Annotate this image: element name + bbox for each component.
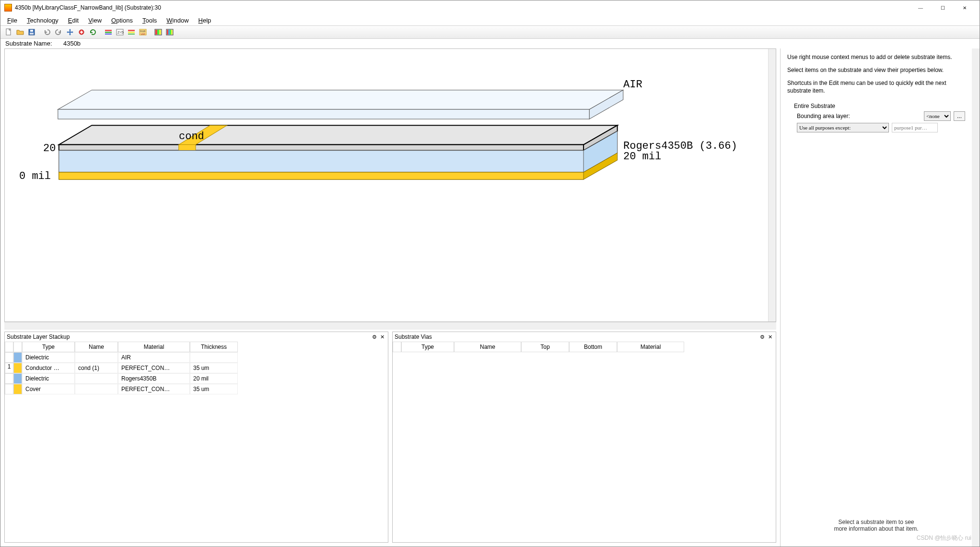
menu-tools[interactable]: Tools [139,16,161,25]
row-index[interactable]: 1 [5,363,13,373]
minimize-button[interactable]: — [910,0,932,15]
col-bottom[interactable]: Bottom [569,342,617,352]
cell-type[interactable]: Dielectric [22,352,75,363]
menu-help[interactable]: Help [195,16,215,25]
row-swatch[interactable] [13,363,22,373]
close-icon[interactable]: ✕ [378,333,386,341]
svg-rect-27 [58,109,589,119]
col-thickness[interactable]: Thickness [190,342,238,352]
cell-name[interactable] [75,352,118,363]
cell-thickness[interactable]: 20 mil [190,373,238,384]
menu-file[interactable]: File [3,16,21,25]
cell-type[interactable]: Conductor … [22,363,75,373]
col-top[interactable]: Top [521,342,569,352]
row-swatch[interactable] [13,352,22,363]
window-title: 4350b [MyLibraryClassF_NarrowBand_lib] (… [15,4,910,11]
substrate-name-label: Substrate Name: [5,40,52,47]
cell-type[interactable]: Cover [22,384,75,394]
palette-1-icon[interactable] [153,27,163,37]
col-material[interactable]: Material [617,342,684,352]
cell-thickness[interactable]: 35 um [190,363,238,373]
row-swatch[interactable] [13,373,22,384]
help-text-2: Select items on the substrate and view t… [787,66,965,74]
cell-type[interactable]: Dielectric [22,373,75,384]
stackup-panel-title: Substrate Layer Stackup [7,333,371,340]
var-tool-icon[interactable]: 0118VAR [138,27,148,37]
svg-rect-34 [59,151,583,172]
sidebar-scrollbar[interactable] [972,48,980,547]
viewer-vertical-scrollbar[interactable] [768,49,776,321]
add-node-icon[interactable] [76,27,87,37]
menu-window[interactable]: Window [163,16,192,25]
cell-name[interactable] [75,384,118,394]
label-y0: 0 mil [19,170,51,182]
toolbar: Z=50 0118VAR [0,25,980,39]
menu-edit[interactable]: Edit [64,16,82,25]
svg-rect-5 [105,30,112,31]
viewer-horizontal-scrollbar[interactable] [4,322,776,330]
label-air: AIR [623,79,642,91]
row-index[interactable] [5,373,13,384]
undo-icon[interactable] [42,27,52,37]
row-index[interactable] [5,352,13,363]
svg-rect-6 [105,32,112,33]
gear-icon[interactable]: ⚙ [758,333,766,341]
svg-rect-36 [59,172,583,179]
cell-name[interactable]: cond (1) [75,363,118,373]
cell-thickness[interactable]: 35 um [190,384,238,394]
col-name[interactable]: Name [75,342,118,352]
refresh-icon[interactable] [88,27,98,37]
svg-rect-22 [168,30,170,35]
svg-rect-29 [59,145,583,151]
app-icon [4,4,12,12]
svg-rect-23 [170,30,171,35]
bounding-layer-select[interactable]: <none [924,111,951,121]
svg-rect-2 [30,30,33,32]
col-material[interactable]: Material [118,342,190,352]
svg-rect-21 [167,30,168,35]
svg-rect-7 [105,34,112,35]
maximize-button[interactable]: ☐ [932,0,954,15]
redo-icon[interactable] [53,27,64,37]
svg-rect-24 [171,30,173,35]
menu-technology[interactable]: Technology [23,16,62,25]
stack-tool-1-icon[interactable] [103,27,114,37]
new-icon[interactable] [3,27,14,37]
cell-material[interactable]: PERFECT_CON… [118,363,190,373]
open-icon[interactable] [15,27,25,37]
svg-marker-28 [59,125,618,144]
window-close-button[interactable]: ✕ [954,0,976,15]
viewer-pane: AIR cond 20 0 mil Rogers4350B (3.66) 20 … [4,48,776,322]
bounding-layer-label: Bounding area layer: [797,113,921,119]
gear-icon[interactable]: ⚙ [371,333,378,341]
svg-rect-12 [128,34,135,35]
cell-material[interactable]: Rogers4350B [118,373,190,384]
help-text-1: Use right mouse context menus to add or … [787,53,965,61]
purposes-field[interactable] [892,123,938,132]
stackup-3d-viewer[interactable]: AIR cond 20 0 mil Rogers4350B (3.66) 20 … [5,49,768,321]
bounding-layer-browse-button[interactable]: ... [954,111,965,121]
cell-material[interactable]: PERFECT_CON… [118,384,190,394]
cell-name[interactable] [75,373,118,384]
label-cond: cond [179,131,204,143]
close-icon[interactable]: ✕ [766,333,774,341]
cell-thickness[interactable] [190,352,238,363]
menu-view[interactable]: View [84,16,105,25]
substrate-name-value: 4350b [63,40,81,47]
save-icon[interactable] [26,27,37,37]
col-type[interactable]: Type [401,342,454,352]
col-name[interactable]: Name [454,342,521,352]
svg-text:Z=50: Z=50 [117,31,124,34]
stack-tool-2-icon[interactable]: Z=50 [115,27,125,37]
cell-material[interactable]: AIR [118,352,190,363]
menu-options[interactable]: Options [107,16,137,25]
purposes-mode-select[interactable]: Use all purposes except: [797,123,889,132]
palette-2-icon[interactable] [164,27,175,37]
svg-rect-10 [128,30,135,31]
col-type[interactable]: Type [22,342,75,352]
stack-tool-3-icon[interactable] [126,27,137,37]
move-icon[interactable] [65,27,75,37]
row-index[interactable] [5,384,13,394]
selection-hint: Select a substrate item to see more info… [787,509,965,542]
row-swatch[interactable] [13,384,22,394]
